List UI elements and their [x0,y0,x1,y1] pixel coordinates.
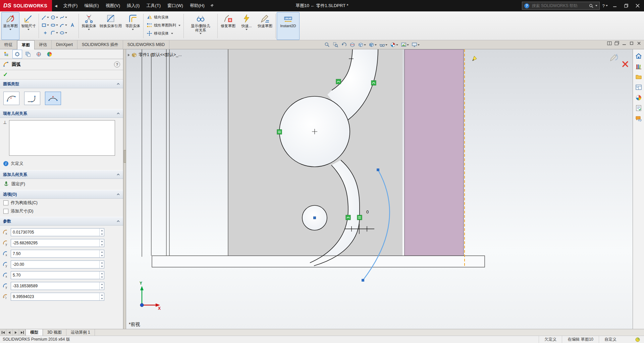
text-tool[interactable] [68,21,77,29]
three-point-arc-button[interactable] [45,92,61,105]
expand-tree-icon[interactable] [128,54,130,56]
ok-check-icon[interactable]: ✓ [3,71,8,78]
motion-study-tab[interactable]: 运动算例 1 [66,329,95,336]
convert-entities-button[interactable]: 转换实体引用 [98,12,123,40]
menu-view[interactable]: 视图(V) [102,0,123,11]
trim-entities-button[interactable]: 剪裁实体 [80,12,98,40]
vertical-sketch-lines[interactable] [142,49,228,257]
configuration-manager-tab[interactable] [23,50,33,58]
menu-help[interactable]: 帮助(H) [186,0,208,11]
circle-tool[interactable] [50,13,59,21]
smart-dimension-button[interactable]: 智能尺寸 [19,12,38,40]
relation-badge[interactable] [371,81,376,85]
line-tool[interactable] [41,13,50,21]
relation-badge[interactable] [277,130,282,134]
tabs-last-button[interactable] [19,329,25,336]
help-menu[interactable]: ? [602,3,608,8]
repair-sketch-button[interactable]: 修复草图 [219,12,237,40]
units-custom-button[interactable]: 自定义 [599,336,622,343]
tangent-arc-button[interactable] [24,92,40,105]
tab-addins[interactable]: SOLIDWORKS 插件 [77,40,123,49]
existing-relations-listbox[interactable] [9,120,115,156]
search-input[interactable] [531,3,587,8]
fix-relation-button[interactable]: 固定(F) [0,179,123,190]
section-view-icon[interactable] [349,42,356,48]
centerpoint-arc-button[interactable] [3,92,19,105]
menu-window[interactable]: 窗口(W) [164,0,186,11]
zoom-area-icon[interactable] [332,42,339,48]
pm-help-icon[interactable]: ? [114,61,120,67]
center-x-input[interactable] [11,230,104,235]
tab-sketch[interactable]: 草图 [17,40,35,50]
tab-mbd[interactable]: SOLIDWORKS MBD [123,40,169,49]
ellipse-tool[interactable] [59,29,68,37]
mirror-entities-button[interactable]: 镜向实体 [145,14,182,20]
end-y-input[interactable] [11,284,104,288]
purple-face[interactable] [405,49,464,256]
start-x-spinner[interactable] [99,250,104,257]
display-style-icon[interactable] [368,42,377,48]
fillet-tool[interactable] [50,29,59,37]
pane-restore-icon[interactable] [614,41,619,46]
radius-spinner[interactable] [99,293,104,300]
doc-minimize-icon[interactable] [622,41,627,46]
arc-end-handle[interactable] [362,279,364,282]
tabs-first-button[interactable] [0,329,6,336]
search-dropdown-icon[interactable] [595,5,597,6]
rapid-sketch-button[interactable]: 快速草图 [256,12,274,40]
start-y-input[interactable] [11,262,104,267]
circle-center-point[interactable] [314,217,316,219]
display-delete-relations-button[interactable]: 显示/删除几何关系 [185,12,216,40]
relation-badge[interactable] [357,215,362,220]
center-y-spinner[interactable] [99,239,104,247]
edit-appearance-icon[interactable] [389,42,399,48]
feature-manager-tab[interactable] [2,50,11,58]
file-explorer-icon[interactable] [635,74,642,80]
point-tool[interactable] [41,29,50,37]
arc-tool[interactable] [59,21,68,29]
previous-view-icon[interactable] [340,42,347,48]
model-tab[interactable]: 模型 [25,329,43,336]
apply-scene-icon[interactable] [400,42,410,48]
section-options[interactable]: 选项(O) [0,190,123,199]
radius-input[interactable] [11,294,104,299]
tabs-prev-button[interactable] [6,329,13,336]
view-settings-icon[interactable] [411,42,420,48]
base-strip[interactable] [152,256,485,267]
doc-restore-icon[interactable] [629,41,634,46]
doc-close-icon[interactable] [637,41,641,46]
move-entities-button[interactable]: 移动实体 [145,30,182,37]
end-x-input[interactable] [11,273,104,278]
search-icon[interactable] [589,4,593,8]
resources-status[interactable] [622,336,641,343]
relation-badge[interactable] [336,79,341,84]
forum-icon[interactable] [635,115,642,122]
rectangle-tool[interactable] [41,21,50,29]
tab-dimxpert[interactable]: DimXpert [52,40,77,49]
view-orientation-icon[interactable] [357,42,367,48]
search-box[interactable]: ? [522,2,600,10]
exit-sketch-button[interactable]: 退出草图 [1,12,19,40]
menu-insert[interactable]: 插入(I) [123,0,143,11]
restore-button[interactable] [622,2,631,9]
property-manager-tab[interactable] [12,50,22,58]
end-x-spinner[interactable] [99,272,104,279]
arc-start-handle[interactable] [377,168,379,171]
menu-tools[interactable]: 工具(T) [143,0,164,11]
relation-badge[interactable] [346,215,351,220]
cancel-sketch-icon[interactable] [622,61,629,67]
tab-evaluate[interactable]: 评估 [35,40,52,49]
start-x-input[interactable] [11,251,104,256]
add-dimension-checkbox[interactable] [3,209,8,214]
menu-edit[interactable]: 编辑(E) [81,0,102,11]
home-icon[interactable] [635,53,642,59]
view-palette-icon[interactable] [635,84,642,91]
spline-tool[interactable] [59,13,68,21]
splitter-grip[interactable] [124,150,126,163]
zoom-fit-icon[interactable] [324,42,331,48]
design-library-icon[interactable] [635,63,642,70]
confirm-exit-sketch-icon[interactable] [609,52,619,62]
tabs-next-button[interactable] [13,329,19,336]
section-existing-relations[interactable]: 现有几何关系 [0,109,123,118]
end-y-spinner[interactable] [99,282,104,290]
